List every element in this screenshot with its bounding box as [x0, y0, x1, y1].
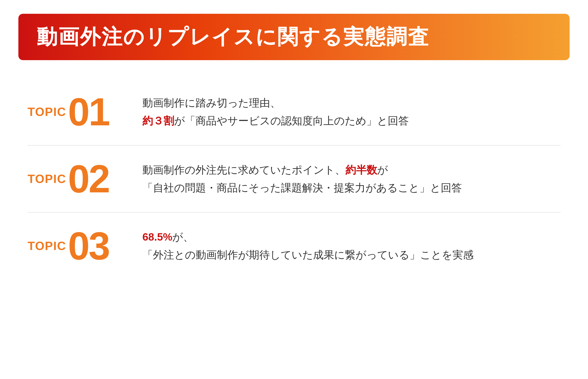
topic-highlight-01: 約３割	[142, 115, 174, 127]
topic-highlight-03: 68.5%	[142, 231, 172, 243]
topic-word-01: TOPIC	[28, 105, 66, 119]
topic-row-01: TOPIC 01 動画制作に踏み切った理由、 約３割が「商品やサービスの認知度向…	[28, 79, 560, 145]
topic-content-02: 動画制作の外注先に求めていたポイント、約半数が 「自社の問題・商品にそった課題解…	[133, 161, 560, 197]
header-banner: 動画外注のリプレイスに関する実態調査	[18, 14, 570, 60]
topic-highlight-02: 約半数	[345, 164, 377, 176]
topic-content-03: 68.5%が、 「外注との動画制作が期待していた成果に繋がっている」ことを実感	[133, 228, 560, 264]
topic-row-03: TOPIC 03 68.5%が、 「外注との動画制作が期待していた成果に繋がって…	[28, 213, 560, 279]
topics-container: TOPIC 01 動画制作に踏み切った理由、 約３割が「商品やサービスの認知度向…	[18, 79, 570, 279]
topic-number-01: 01	[68, 92, 109, 131]
topic-row-02: TOPIC 02 動画制作の外注先に求めていたポイント、約半数が 「自社の問題・…	[28, 145, 560, 213]
topic-number-03: 03	[68, 226, 109, 265]
topic-content-01: 動画制作に踏み切った理由、 約３割が「商品やサービスの認知度向上のため」と回答	[133, 94, 560, 130]
topic-text-02: 動画制作の外注先に求めていたポイント、約半数が 「自社の問題・商品にそった課題解…	[142, 161, 560, 197]
topic-number-02: 02	[68, 159, 109, 198]
topic-label-01: TOPIC 01	[28, 92, 133, 131]
topic-text-03: 68.5%が、 「外注との動画制作が期待していた成果に繋がっている」ことを実感	[142, 228, 560, 264]
topic-text-01: 動画制作に踏み切った理由、 約３割が「商品やサービスの認知度向上のため」と回答	[142, 94, 560, 130]
topic-label-03: TOPIC 03	[28, 226, 133, 265]
topic-word-02: TOPIC	[28, 172, 66, 186]
topic-word-03: TOPIC	[28, 239, 66, 253]
header-title: 動画外注のリプレイスに関する実態調査	[37, 23, 551, 51]
topic-label-02: TOPIC 02	[28, 159, 133, 198]
